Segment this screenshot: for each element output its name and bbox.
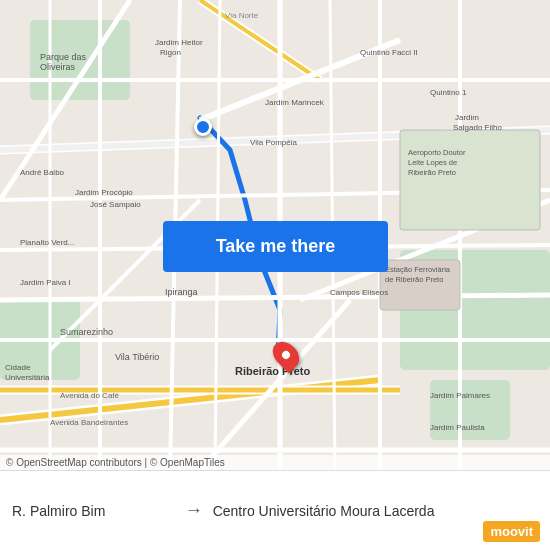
svg-text:Aeroporto Doutor: Aeroporto Doutor [408,148,466,157]
svg-text:Leite Lopes de: Leite Lopes de [408,158,457,167]
svg-text:Cidade: Cidade [5,363,31,372]
svg-text:André Baibo: André Baibo [20,168,65,177]
svg-text:Parque das: Parque das [40,52,87,62]
svg-text:Via Norte: Via Norte [225,11,259,20]
svg-text:Ribeirão Preto: Ribeirão Preto [408,168,456,177]
svg-text:Oliveiras: Oliveiras [40,62,76,72]
svg-text:Rigon: Rigon [160,48,181,57]
bottom-bar: R. Palmiro Bim → Centro Universitário Mo… [0,470,550,550]
svg-text:Avenida do Café: Avenida do Café [60,391,120,400]
route-from: R. Palmiro Bim [12,503,175,519]
svg-text:Avenida Bandeirantes: Avenida Bandeirantes [50,418,128,427]
svg-text:Ipiranga: Ipiranga [165,287,198,297]
map-attribution: © OpenStreetMap contributors | © OpenMap… [0,455,550,470]
svg-text:Ribeirão Preto: Ribeirão Preto [235,365,310,377]
svg-text:Vila Pompéia: Vila Pompéia [250,138,298,147]
svg-text:José Sampaio: José Sampaio [90,200,141,209]
svg-text:Jardim Paiva I: Jardim Paiva I [20,278,71,287]
destination-marker [275,340,297,370]
svg-text:Salgado Filho: Salgado Filho [453,123,502,132]
svg-text:Jardim Procópio: Jardim Procópio [75,188,133,197]
svg-text:Jardim: Jardim [455,113,479,122]
svg-text:Sumarezinho: Sumarezinho [60,327,113,337]
map-container: Parque das Oliveiras Jardim Heitor Rigon… [0,0,550,470]
moovit-logo: moovit [483,521,540,542]
origin-marker [194,118,212,136]
svg-text:Jardim Palmares: Jardim Palmares [430,391,490,400]
take-me-there-button[interactable]: Take me there [163,221,388,272]
svg-text:Estação Ferroviária: Estação Ferroviária [385,265,451,274]
svg-text:Planalto Verd...: Planalto Verd... [20,238,74,247]
svg-text:Jardim Heitor: Jardim Heitor [155,38,203,47]
svg-text:Universitária: Universitária [5,373,50,382]
svg-text:Jardim Paulista: Jardim Paulista [430,423,485,432]
route-to: Centro Universitário Moura Lacerda [213,503,538,519]
arrow-icon: → [185,500,203,521]
svg-text:Quintino Facci II: Quintino Facci II [360,48,418,57]
svg-text:Vila Tibério: Vila Tibério [115,352,159,362]
svg-rect-33 [400,130,540,230]
svg-text:Quintino 1: Quintino 1 [430,88,467,97]
svg-text:Campos Elíseos: Campos Elíseos [330,288,388,297]
svg-text:Jardim Marincek: Jardim Marincek [265,98,325,107]
svg-text:de Ribeirão Preto: de Ribeirão Preto [385,275,443,284]
